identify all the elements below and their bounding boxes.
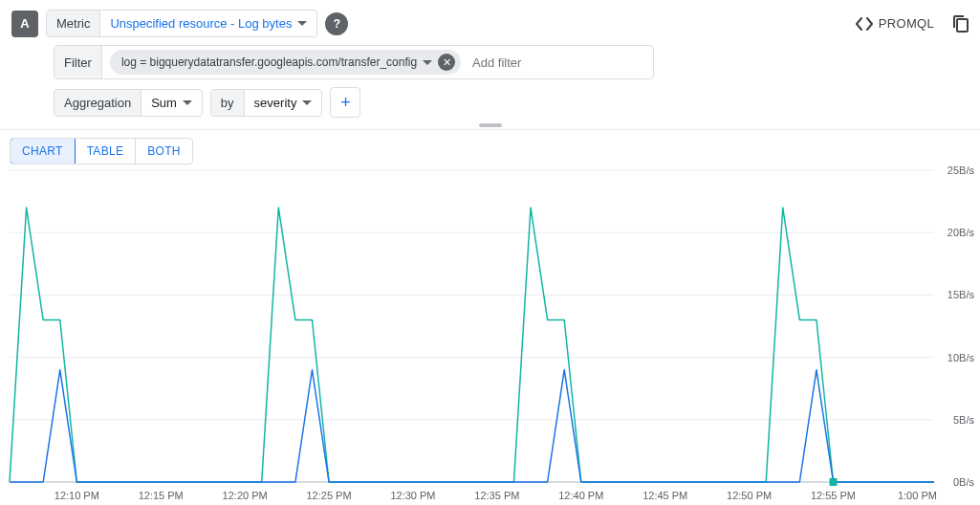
groupby-value: severity [254,96,297,110]
tab-chart[interactable]: CHART [10,138,76,165]
svg-text:12:50 PM: 12:50 PM [727,490,772,501]
svg-text:12:25 PM: 12:25 PM [307,490,352,501]
chevron-down-icon [183,100,192,105]
promql-label: PROMQL [879,16,934,31]
aggregation-function[interactable]: Aggregation Sum [54,89,203,117]
svg-text:15B/s: 15B/s [947,289,975,300]
svg-text:10B/s: 10B/s [947,352,975,363]
svg-text:12:20 PM: 12:20 PM [223,490,268,501]
chevron-down-icon [302,100,312,105]
svg-text:5B/s: 5B/s [953,414,975,426]
remove-filter-icon[interactable]: ✕ [438,54,455,71]
aggregation-prefix: Aggregation [54,90,142,116]
filter-prefix: Filter [54,46,102,78]
svg-text:20B/s: 20B/s [947,227,975,238]
metric-selector[interactable]: Metric Unspecified resource - Log bytes [46,10,317,37]
add-aggregation-button[interactable]: + [330,87,360,118]
svg-text:12:55 PM: 12:55 PM [811,490,856,501]
svg-text:12:30 PM: 12:30 PM [390,490,435,501]
view-tabs: CHART TABLE BOTH [10,138,193,165]
svg-text:12:10 PM: 12:10 PM [54,490,99,501]
code-icon [856,17,873,31]
chart: 0B/s5B/s10B/s15B/s20B/s25B/s12:10 PM12:1… [0,165,980,505]
promql-toggle[interactable]: PROMQL [856,16,934,31]
svg-rect-25 [830,478,838,486]
aggregation-groupby[interactable]: by severity [210,89,323,117]
filter-chip[interactable]: log = bigquerydatatransfer.googleapis.co… [110,50,461,75]
svg-text:12:15 PM: 12:15 PM [139,490,184,501]
filter-chip-text: log = bigquerydatatransfer.googleapis.co… [121,55,417,69]
metric-value: Unspecified resource - Log bytes [110,16,292,31]
aggregation-value: Sum [151,96,177,110]
svg-text:12:45 PM: 12:45 PM [642,490,687,501]
svg-text:1:00 PM: 1:00 PM [898,490,937,501]
svg-text:25B/s: 25B/s [947,165,975,176]
resize-handle-icon[interactable] [479,123,502,127]
chevron-down-icon [297,21,307,26]
query-badge[interactable]: A [11,11,38,37]
svg-text:12:35 PM: 12:35 PM [474,490,519,501]
svg-rect-0 [957,19,968,32]
copy-icon[interactable] [953,15,969,33]
filter-bar: Filter log = bigquerydatatransfer.google… [54,45,654,79]
chevron-down-icon [423,60,432,65]
metric-prefix: Metric [47,11,100,36]
svg-text:0B/s: 0B/s [953,476,975,488]
tab-both[interactable]: BOTH [135,139,192,164]
svg-text:12:40 PM: 12:40 PM [558,490,603,501]
tab-table[interactable]: TABLE [75,139,136,164]
add-filter-input[interactable] [461,55,653,70]
by-prefix: by [211,90,245,116]
help-icon[interactable]: ? [325,12,348,35]
line-chart[interactable]: 0B/s5B/s10B/s15B/s20B/s25B/s12:10 PM12:1… [0,165,980,505]
